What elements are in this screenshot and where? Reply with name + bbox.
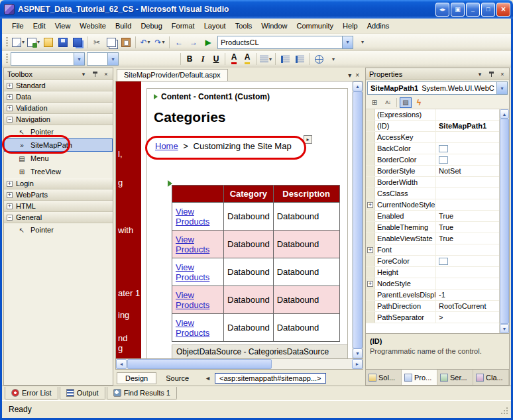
property-row-enableviewstate[interactable]: EnableViewStateTrue — [366, 233, 499, 244]
smart-tag-button[interactable]: ▸ — [304, 135, 312, 144]
scroll-down-icon[interactable]: ▼ — [500, 324, 509, 333]
navigate-forward-button[interactable]: → — [186, 36, 201, 49]
add-new-item-button[interactable]: ▾ — [26, 36, 41, 49]
resize-grip[interactable] — [501, 407, 509, 415]
chevron-down-icon[interactable]: ▾ — [107, 53, 118, 65]
tab-error-list[interactable]: Error List — [5, 387, 58, 399]
toolbox-item-treeview[interactable]: ⊞TreeView — [4, 165, 113, 178]
collapse-icon[interactable]: − — [7, 215, 13, 221]
property-row-accesskey[interactable]: AccessKey — [366, 132, 499, 143]
tab-list-icon[interactable]: ▾ — [348, 72, 351, 79]
title-bar[interactable]: ASPNET_Data_Tutorial_62_CS - Microsoft V… — [0, 0, 513, 19]
float-window-button[interactable]: ◂▸ — [435, 3, 449, 17]
object-selector-combobox[interactable]: SiteMapPath1 System.Web.UI.WebC ▾ — [367, 81, 508, 95]
font-color-button[interactable]: A — [227, 52, 241, 66]
tab-find-results[interactable]: Find Results 1 — [107, 387, 177, 399]
maximize-button[interactable]: □ — [481, 3, 495, 17]
expand-icon[interactable]: + — [367, 281, 373, 287]
property-row-bordercolor[interactable]: BorderColor — [366, 154, 499, 166]
toolbox-section-standard[interactable]: +Standard — [4, 80, 113, 91]
tab-properties[interactable]: Pro... — [402, 370, 437, 385]
design-view-tab[interactable]: Design — [117, 372, 156, 384]
toolbox-section-navigation[interactable]: −Navigation — [4, 114, 113, 125]
window-position-icon[interactable]: ▾ — [79, 70, 88, 79]
paste-button[interactable] — [119, 36, 133, 49]
menu-file[interactable]: File — [7, 20, 28, 32]
expand-icon[interactable]: + — [367, 247, 373, 253]
expand-icon[interactable]: + — [7, 192, 13, 198]
tab-class-view[interactable]: Cla... — [473, 370, 509, 385]
property-row-enabled[interactable]: EnabledTrue — [366, 211, 499, 222]
property-row-height[interactable]: Height — [366, 267, 499, 278]
design-horizontal-scrollbar[interactable]: ◄ ► — [115, 359, 363, 370]
menu-website[interactable]: Website — [75, 20, 111, 32]
tag-navigator-left-icon[interactable]: ◄ — [205, 375, 211, 382]
property-row-forecolor[interactable]: ForeColor — [366, 256, 499, 267]
menu-build[interactable]: Build — [111, 20, 136, 32]
view-products-link[interactable]: View Products — [176, 290, 209, 310]
open-file-button[interactable] — [41, 36, 56, 49]
tab-solution-explorer[interactable]: Sol... — [366, 370, 402, 385]
toolbox-section-login[interactable]: +Login — [4, 178, 113, 189]
events-icon[interactable]: ϟ — [413, 97, 425, 108]
redo-button[interactable]: ↷▾ — [152, 36, 167, 49]
toolbox-item-sitemappath[interactable]: »SiteMapPath — [4, 138, 113, 152]
properties-scrollbar[interactable]: ▲ ▼ — [499, 109, 509, 333]
expand-icon[interactable]: + — [367, 202, 373, 208]
property-row-currentnodestyle[interactable]: +CurrentNodeStyle — [366, 199, 499, 211]
pin-icon[interactable] — [486, 70, 496, 79]
font-size-combobox[interactable]: ▾ — [87, 52, 119, 66]
toolbox-item-menu[interactable]: ▤Menu — [4, 152, 113, 165]
font-name-combobox[interactable]: ▾ — [11, 52, 85, 66]
scroll-up-icon[interactable]: ▲ — [500, 109, 509, 119]
menu-addins[interactable]: Addins — [363, 20, 394, 32]
property-row-expressions[interactable]: (Expressions) — [366, 109, 499, 121]
toolbar-options-button[interactable]: ▾ — [326, 52, 341, 66]
start-debugging-button[interactable]: ▶ — [201, 36, 215, 49]
menu-tools[interactable]: Tools — [231, 20, 257, 32]
toolbox-section-html[interactable]: +HTML — [4, 201, 113, 212]
breadcrumb-home-link[interactable]: Home — [155, 141, 178, 151]
expand-icon[interactable]: + — [7, 181, 13, 187]
objectdatasource-control[interactable]: ObjectDataSource - CategoriesDataSource — [172, 344, 348, 358]
expand-icon[interactable]: + — [7, 203, 13, 209]
property-row-nodestyle[interactable]: +NodeStyle — [366, 278, 499, 289]
highlight-button[interactable]: A — [241, 52, 254, 66]
close-toolbox-icon[interactable]: × — [101, 70, 111, 79]
toolbox-section-data[interactable]: +Data — [4, 91, 113, 103]
menu-edit[interactable]: Edit — [28, 20, 50, 32]
alignment-button[interactable]: ▾ — [258, 52, 273, 66]
chevron-down-icon[interactable]: ▾ — [342, 36, 353, 48]
property-row-cssclass[interactable]: CssClass — [366, 188, 499, 199]
expand-icon[interactable]: + — [7, 83, 13, 89]
chevron-down-icon[interactable]: ▾ — [74, 53, 84, 65]
property-row-backcolor[interactable]: BackColor — [366, 143, 499, 154]
tab-output[interactable]: Output — [60, 387, 105, 399]
menu-debug[interactable]: Debug — [136, 20, 166, 32]
horizontal-scroll-thumb[interactable] — [127, 359, 272, 369]
vertical-scroll-thumb[interactable] — [353, 91, 363, 348]
property-row-id[interactable]: (ID)SiteMapPath1 — [366, 121, 499, 132]
design-surface[interactable]: l, g with ater 1 ing nd g Content - Cont… — [115, 81, 363, 359]
properties-header[interactable]: Properties ▾ × — [366, 68, 509, 80]
hyperlink-button[interactable] — [312, 52, 326, 66]
property-row-pathdirection[interactable]: PathDirectionRootToCurrent — [366, 301, 499, 312]
menu-format[interactable]: Format — [167, 20, 200, 32]
chevron-down-icon[interactable]: ▾ — [496, 82, 507, 94]
property-row-parentlevels[interactable]: ParentLevelsDispl-1 — [366, 289, 499, 301]
property-row-enabletheming[interactable]: EnableThemingTrue — [366, 222, 499, 233]
close-button[interactable]: × — [496, 3, 510, 17]
view-products-link[interactable]: View Products — [176, 207, 209, 227]
scroll-left-icon[interactable]: ◄ — [116, 359, 127, 369]
horizontal-scroll-track[interactable] — [127, 359, 352, 369]
toolbar-options-button[interactable]: ▾ — [355, 36, 370, 49]
minimize-button[interactable]: _ — [466, 3, 480, 17]
property-row-borderstyle[interactable]: BorderStyleNotSet — [366, 166, 499, 177]
source-view-tab[interactable]: Source — [158, 373, 197, 384]
bullet-list-button[interactable] — [292, 52, 307, 66]
save-button[interactable] — [56, 36, 70, 49]
close-properties-icon[interactable]: × — [498, 70, 507, 79]
window-position-icon[interactable]: ▾ — [475, 70, 484, 79]
menu-view[interactable]: View — [50, 20, 76, 32]
search-solution-combobox[interactable]: ProductsCL ▾ — [217, 36, 353, 49]
